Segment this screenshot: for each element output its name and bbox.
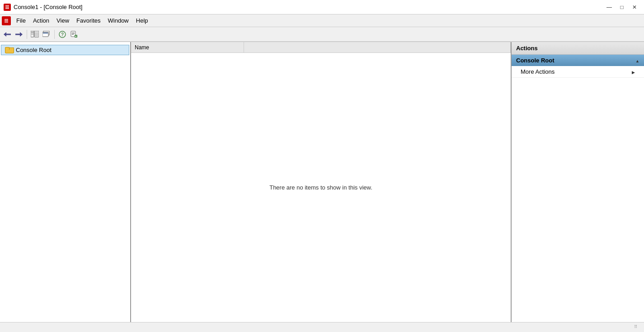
close-button[interactable]: ✕	[629, 3, 640, 12]
svg-rect-13	[31, 32, 33, 33]
svg-rect-7	[5, 22, 8, 23]
maximize-button[interactable]: □	[616, 3, 628, 12]
svg-rect-18	[35, 33, 38, 34]
forward-button[interactable]	[14, 29, 24, 40]
svg-rect-5	[5, 20, 8, 21]
status-bar-right: ⠿	[634, 324, 640, 331]
menu-help[interactable]: Help	[132, 15, 152, 26]
svg-rect-14	[31, 33, 33, 34]
title-bar-left: Console1 - [Console Root]	[4, 4, 82, 11]
svg-rect-20	[35, 35, 38, 36]
tree-panel: Console Root	[0, 42, 131, 322]
column-rest[interactable]	[244, 42, 511, 52]
svg-rect-19	[35, 34, 38, 35]
svg-rect-9	[6, 33, 11, 35]
minimize-button[interactable]: —	[603, 3, 615, 12]
toolbar-separator-1	[27, 30, 27, 39]
menu-action[interactable]: Action	[29, 15, 53, 26]
svg-rect-3	[5, 8, 9, 9]
submenu-icon	[632, 68, 635, 75]
svg-rect-27	[72, 33, 75, 33]
svg-rect-28	[72, 33, 75, 34]
svg-rect-15	[31, 34, 33, 35]
window-title: Console1 - [Console Root]	[14, 4, 82, 10]
svg-text:?: ?	[61, 32, 64, 37]
menu-favorites[interactable]: Favorites	[73, 15, 104, 26]
actions-section-console-root[interactable]: Console Root	[512, 55, 644, 66]
list-header: Name	[131, 42, 511, 53]
title-bar-controls: — □ ✕	[603, 3, 640, 12]
more-actions-label: More Actions	[521, 68, 555, 75]
tree-item-label: Console Root	[16, 47, 52, 53]
svg-rect-2	[5, 5, 9, 6]
menu-window[interactable]: Window	[104, 15, 132, 26]
collapse-icon	[635, 57, 639, 64]
main-container: Console Root Name There are no items to …	[0, 42, 644, 322]
column-name[interactable]: Name	[131, 42, 244, 52]
title-bar: Console1 - [Console Root] — □ ✕	[0, 0, 644, 14]
new-window-button[interactable]	[41, 29, 52, 40]
app-icon	[4, 4, 11, 11]
menu-bar: File Action View Favorites Window Help	[0, 14, 644, 27]
svg-rect-23	[43, 33, 48, 33]
svg-rect-1	[5, 7, 9, 8]
status-bar: ⠿	[0, 322, 644, 332]
tree-item-console-root[interactable]: Console Root	[1, 45, 129, 55]
actions-section-label: Console Root	[516, 57, 555, 64]
empty-message: There are no items to show in this view.	[131, 53, 511, 322]
svg-rect-11	[15, 33, 20, 35]
folder-icon	[5, 47, 13, 53]
show-hide-button[interactable]	[29, 29, 40, 40]
toolbar-separator-2	[54, 30, 55, 39]
svg-rect-29	[72, 34, 74, 35]
actions-panel-header: Actions	[512, 42, 644, 55]
svg-rect-32	[75, 36, 76, 37]
resize-grip[interactable]: ⠿	[634, 324, 640, 331]
back-button[interactable]	[2, 29, 13, 40]
new-button[interactable]	[69, 29, 80, 40]
menu-app-icon	[2, 16, 11, 25]
actions-panel: Actions Console Root More Actions	[512, 42, 644, 322]
menu-view[interactable]: View	[53, 15, 73, 26]
menu-file[interactable]: File	[13, 15, 29, 26]
svg-rect-6	[5, 19, 8, 20]
help-button[interactable]: ?	[57, 29, 68, 40]
center-panel: Name There are no items to show in this …	[131, 42, 512, 322]
actions-more-actions[interactable]: More Actions	[512, 66, 644, 78]
toolbar: ?	[0, 27, 644, 42]
svg-rect-17	[35, 32, 38, 33]
